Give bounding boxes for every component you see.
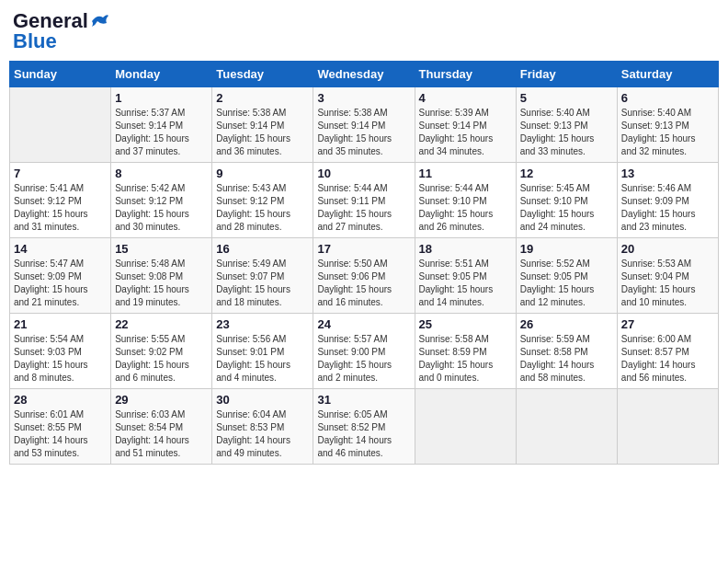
calendar-cell: 25Sunrise: 5:58 AM Sunset: 8:59 PM Dayli…: [415, 314, 516, 389]
calendar-cell: 9Sunrise: 5:43 AM Sunset: 9:12 PM Daylig…: [212, 163, 313, 238]
day-number: 8: [115, 167, 208, 180]
day-info: Sunrise: 5:39 AM Sunset: 9:14 PM Dayligh…: [419, 107, 512, 158]
day-info: Sunrise: 6:04 AM Sunset: 8:53 PM Dayligh…: [216, 408, 309, 460]
calendar-week-row: 21Sunrise: 5:54 AM Sunset: 9:03 PM Dayli…: [10, 314, 719, 389]
day-number: 13: [621, 167, 714, 180]
day-info: Sunrise: 5:51 AM Sunset: 9:05 PM Dayligh…: [419, 258, 512, 309]
day-info: Sunrise: 5:42 AM Sunset: 9:12 PM Dayligh…: [115, 182, 208, 234]
day-info: Sunrise: 5:54 AM Sunset: 9:03 PM Dayligh…: [14, 333, 107, 385]
calendar-cell: [415, 389, 516, 465]
calendar-cell: 22Sunrise: 5:55 AM Sunset: 9:02 PM Dayli…: [111, 314, 212, 389]
day-of-week-header: Monday: [111, 62, 212, 87]
logo-blue-text: Blue: [13, 29, 57, 53]
calendar-cell: 21Sunrise: 5:54 AM Sunset: 9:03 PM Dayli…: [10, 314, 111, 389]
day-info: Sunrise: 6:05 AM Sunset: 8:52 PM Dayligh…: [317, 408, 410, 460]
calendar-cell: 26Sunrise: 5:59 AM Sunset: 8:58 PM Dayli…: [516, 314, 617, 389]
day-number: 27: [621, 317, 714, 331]
day-number: 3: [317, 91, 410, 105]
day-number: 10: [317, 167, 410, 180]
days-of-week-row: SundayMondayTuesdayWednesdayThursdayFrid…: [10, 62, 719, 87]
day-number: 24: [317, 317, 410, 331]
day-number: 17: [317, 242, 410, 256]
day-info: Sunrise: 5:38 AM Sunset: 9:14 PM Dayligh…: [317, 107, 410, 158]
calendar-cell: 3Sunrise: 5:38 AM Sunset: 9:14 PM Daylig…: [313, 87, 415, 163]
day-info: Sunrise: 5:57 AM Sunset: 9:00 PM Dayligh…: [317, 333, 410, 385]
calendar-cell: 24Sunrise: 5:57 AM Sunset: 9:00 PM Dayli…: [313, 314, 415, 389]
day-info: Sunrise: 5:40 AM Sunset: 9:13 PM Dayligh…: [621, 107, 714, 158]
day-info: Sunrise: 5:41 AM Sunset: 9:12 PM Dayligh…: [14, 182, 107, 234]
day-number: 30: [216, 393, 309, 407]
calendar-cell: 7Sunrise: 5:41 AM Sunset: 9:12 PM Daylig…: [10, 163, 111, 238]
day-number: 4: [419, 91, 512, 105]
calendar-cell: 11Sunrise: 5:44 AM Sunset: 9:10 PM Dayli…: [415, 163, 516, 238]
day-number: 7: [14, 167, 107, 180]
calendar-cell: 10Sunrise: 5:44 AM Sunset: 9:11 PM Dayli…: [313, 163, 415, 238]
calendar-cell: 15Sunrise: 5:48 AM Sunset: 9:08 PM Dayli…: [111, 238, 212, 314]
day-info: Sunrise: 5:44 AM Sunset: 9:10 PM Dayligh…: [419, 182, 512, 234]
calendar-week-row: 14Sunrise: 5:47 AM Sunset: 9:09 PM Dayli…: [10, 238, 719, 314]
calendar-cell: 29Sunrise: 6:03 AM Sunset: 8:54 PM Dayli…: [111, 389, 212, 465]
day-number: 31: [317, 393, 410, 407]
calendar-cell: [617, 389, 718, 465]
day-info: Sunrise: 5:47 AM Sunset: 9:09 PM Dayligh…: [14, 258, 107, 309]
day-info: Sunrise: 5:52 AM Sunset: 9:05 PM Dayligh…: [520, 258, 613, 309]
day-number: 22: [115, 317, 208, 331]
calendar-cell: 20Sunrise: 5:53 AM Sunset: 9:04 PM Dayli…: [617, 238, 718, 314]
day-info: Sunrise: 6:00 AM Sunset: 8:57 PM Dayligh…: [621, 333, 714, 385]
day-info: Sunrise: 5:37 AM Sunset: 9:14 PM Dayligh…: [115, 107, 208, 158]
calendar-cell: 4Sunrise: 5:39 AM Sunset: 9:14 PM Daylig…: [415, 87, 516, 163]
day-info: Sunrise: 5:49 AM Sunset: 9:07 PM Dayligh…: [216, 258, 309, 309]
day-info: Sunrise: 5:50 AM Sunset: 9:06 PM Dayligh…: [317, 258, 410, 309]
day-number: 14: [14, 242, 107, 256]
calendar-cell: [516, 389, 617, 465]
day-number: 16: [216, 242, 309, 256]
calendar-cell: 5Sunrise: 5:40 AM Sunset: 9:13 PM Daylig…: [516, 87, 617, 163]
calendar-cell: 18Sunrise: 5:51 AM Sunset: 9:05 PM Dayli…: [415, 238, 516, 314]
day-of-week-header: Friday: [516, 62, 617, 87]
calendar-body: 1Sunrise: 5:37 AM Sunset: 9:14 PM Daylig…: [10, 87, 719, 465]
calendar-cell: 6Sunrise: 5:40 AM Sunset: 9:13 PM Daylig…: [617, 87, 718, 163]
day-info: Sunrise: 6:03 AM Sunset: 8:54 PM Dayligh…: [115, 408, 208, 460]
day-info: Sunrise: 5:53 AM Sunset: 9:04 PM Dayligh…: [621, 258, 714, 309]
day-info: Sunrise: 5:59 AM Sunset: 8:58 PM Dayligh…: [520, 333, 613, 385]
day-number: 1: [115, 91, 208, 105]
day-number: 20: [621, 242, 714, 256]
day-number: 6: [621, 91, 714, 105]
logo-bird-icon: [90, 12, 110, 30]
calendar-cell: 16Sunrise: 5:49 AM Sunset: 9:07 PM Dayli…: [212, 238, 313, 314]
calendar-cell: 23Sunrise: 5:56 AM Sunset: 9:01 PM Dayli…: [212, 314, 313, 389]
day-number: 25: [419, 317, 512, 331]
calendar-cell: 28Sunrise: 6:01 AM Sunset: 8:55 PM Dayli…: [10, 389, 111, 465]
day-number: 23: [216, 317, 309, 331]
logo: General Blue: [13, 9, 110, 53]
calendar-cell: 13Sunrise: 5:46 AM Sunset: 9:09 PM Dayli…: [617, 163, 718, 238]
day-of-week-header: Wednesday: [313, 62, 415, 87]
day-number: 15: [115, 242, 208, 256]
day-info: Sunrise: 5:44 AM Sunset: 9:11 PM Dayligh…: [317, 182, 410, 234]
calendar-cell: 2Sunrise: 5:38 AM Sunset: 9:14 PM Daylig…: [212, 87, 313, 163]
calendar-cell: 17Sunrise: 5:50 AM Sunset: 9:06 PM Dayli…: [313, 238, 415, 314]
day-number: 18: [419, 242, 512, 256]
calendar-week-row: 7Sunrise: 5:41 AM Sunset: 9:12 PM Daylig…: [10, 163, 719, 238]
day-of-week-header: Thursday: [415, 62, 516, 87]
day-number: 11: [419, 167, 512, 180]
calendar-cell: 19Sunrise: 5:52 AM Sunset: 9:05 PM Dayli…: [516, 238, 617, 314]
day-info: Sunrise: 5:58 AM Sunset: 8:59 PM Dayligh…: [419, 333, 512, 385]
day-number: 26: [520, 317, 613, 331]
calendar-cell: 14Sunrise: 5:47 AM Sunset: 9:09 PM Dayli…: [10, 238, 111, 314]
day-info: Sunrise: 5:56 AM Sunset: 9:01 PM Dayligh…: [216, 333, 309, 385]
calendar-cell: 8Sunrise: 5:42 AM Sunset: 9:12 PM Daylig…: [111, 163, 212, 238]
day-number: 28: [14, 393, 107, 407]
calendar-header: SundayMondayTuesdayWednesdayThursdayFrid…: [10, 62, 719, 87]
day-of-week-header: Sunday: [10, 62, 111, 87]
page-header: General Blue: [9, 9, 719, 53]
calendar-cell: 27Sunrise: 6:00 AM Sunset: 8:57 PM Dayli…: [617, 314, 718, 389]
day-info: Sunrise: 5:46 AM Sunset: 9:09 PM Dayligh…: [621, 182, 714, 234]
day-number: 29: [115, 393, 208, 407]
day-number: 19: [520, 242, 613, 256]
calendar-cell: [10, 87, 111, 163]
day-of-week-header: Saturday: [617, 62, 718, 87]
calendar-table: SundayMondayTuesdayWednesdayThursdayFrid…: [9, 61, 719, 465]
day-of-week-header: Tuesday: [212, 62, 313, 87]
day-info: Sunrise: 5:40 AM Sunset: 9:13 PM Dayligh…: [520, 107, 613, 158]
